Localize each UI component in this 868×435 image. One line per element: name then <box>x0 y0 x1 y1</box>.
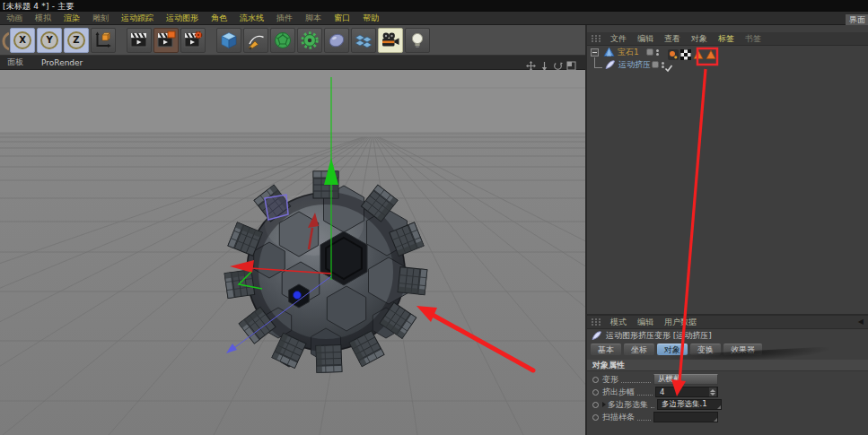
property-number-field[interactable]: 4 <box>655 387 718 397</box>
menu-item-7[interactable]: 流水线 <box>233 13 270 24</box>
am-menu-item-0[interactable]: 模式 <box>605 317 632 328</box>
property-row-3: 扫描样条 <box>592 411 718 423</box>
panel-grip-icon[interactable] <box>591 318 601 326</box>
object-row-gem[interactable]: 宝石1 <box>587 46 868 58</box>
render-picture-viewer-button[interactable] <box>153 28 179 53</box>
dotted-leader <box>621 376 651 383</box>
dropdown-value: 从横截 <box>658 374 681 385</box>
menu-item-6[interactable]: 角色 <box>205 13 233 24</box>
polygon-selection-highlight <box>265 195 288 220</box>
axis-letter: X <box>19 36 26 45</box>
main-menu-bar: 动画模拟渲染雕刻运动跟踪运动图形角色流水线插件脚本窗口帮助 <box>0 12 868 25</box>
menu-item-0[interactable]: 动画 <box>0 13 29 24</box>
property-row-0: 变形从横截 <box>592 373 718 386</box>
property-row-2: 多边形选集多边形选集.1 <box>592 398 718 411</box>
attribute-title: 运动图形挤压变形 [运动挤压] <box>606 330 712 342</box>
object-row-moextrude[interactable]: 运动挤压 <box>587 58 868 71</box>
menu-item-11[interactable]: 帮助 <box>356 13 385 24</box>
axis-letter: Z <box>73 36 79 45</box>
am-menu-item-2[interactable]: 用户数据 <box>659 317 702 328</box>
dotted-leader <box>637 413 651 421</box>
object-manager-menu-bar: 文件编辑查看对象标签书签 <box>587 32 868 46</box>
tab-1[interactable]: 坐标 <box>624 344 654 355</box>
menu-item-8[interactable]: 插件 <box>270 13 299 24</box>
phong-tag-icon[interactable] <box>706 47 716 57</box>
property-list: 变形从横截挤出步幅4多边形选集多边形选集.1扫描样条 <box>592 373 727 423</box>
visibility-toggles[interactable] <box>652 61 664 68</box>
array-button[interactable] <box>351 28 376 53</box>
tab-2[interactable]: 对象 <box>657 344 688 355</box>
scene-light-button[interactable] <box>405 28 430 53</box>
dotted-leader <box>651 401 654 408</box>
right-panel: 文件编辑查看对象标签书签 宝石1 运动挤压 模式编辑用户数据 <box>585 25 868 435</box>
expand-caret-icon[interactable] <box>602 402 606 407</box>
spinner-icon[interactable] <box>709 387 716 396</box>
title-bar: [未标题 4 *] - 主要 <box>0 0 868 12</box>
menu-item-4[interactable]: 运动跟踪 <box>115 13 160 24</box>
tab-3[interactable]: 变换 <box>690 344 721 355</box>
menu-item-2[interactable]: 渲染 <box>57 13 86 24</box>
property-label: 扫描样条 <box>602 412 635 423</box>
add-cube-button[interactable] <box>216 28 241 53</box>
property-dropdown[interactable]: 从横截 <box>653 374 718 385</box>
enabled-check-icon[interactable] <box>664 59 673 76</box>
property-text-field[interactable] <box>653 412 718 422</box>
lock-y-axis-button[interactable]: Y <box>37 28 62 53</box>
dotted-leader <box>637 388 653 396</box>
coordinate-system-button[interactable] <box>91 28 116 53</box>
keyframe-circle-icon[interactable] <box>592 402 599 408</box>
viewport-3d-canvas[interactable] <box>0 70 585 435</box>
keyframe-circle-icon[interactable] <box>592 414 599 421</box>
moextrude-object-icon <box>604 57 616 74</box>
texture-tag-icon[interactable] <box>680 47 691 57</box>
text-value: 多边形选集.1 <box>662 399 707 410</box>
point-handle[interactable] <box>294 291 302 300</box>
keyframe-circle-icon[interactable] <box>592 389 599 396</box>
layer-chip-icon[interactable] <box>646 48 653 56</box>
render-view-button[interactable] <box>127 28 152 53</box>
keyframe-circle-icon[interactable] <box>592 377 599 383</box>
object-tags <box>668 47 716 57</box>
menu-item-5[interactable]: 运动图形 <box>160 13 205 24</box>
visibility-toggles[interactable] <box>646 48 659 56</box>
object-name[interactable]: 运动挤压 <box>618 59 651 71</box>
om-menu-item-5[interactable]: 书签 <box>740 33 767 45</box>
menu-item-9[interactable]: 脚本 <box>299 13 328 24</box>
om-menu-item-1[interactable]: 编辑 <box>632 33 659 45</box>
tree-branch <box>594 57 602 68</box>
collapse-panel-icon[interactable]: ◀ <box>858 318 864 326</box>
menu-item-3[interactable]: 雕刻 <box>86 13 115 24</box>
attribute-tabs: 基本坐标对象变换效果器 <box>591 344 762 355</box>
metaball-button[interactable] <box>324 28 349 53</box>
property-text-field[interactable]: 多边形选集.1 <box>657 399 722 410</box>
panel-grip-icon[interactable] <box>591 34 601 43</box>
freehand-spline-button[interactable] <box>243 28 268 53</box>
am-menu-item-1[interactable]: 编辑 <box>632 317 659 328</box>
layer-chip-icon[interactable] <box>652 61 659 68</box>
om-menu-item-3[interactable]: 对象 <box>686 33 713 45</box>
tab-0[interactable]: 基本 <box>591 344 621 355</box>
mograph-object-button[interactable] <box>270 28 295 53</box>
deformer-button[interactable] <box>297 28 322 53</box>
undo-partial-icon <box>0 28 9 53</box>
object-name[interactable]: 宝石1 <box>618 47 639 58</box>
lock-x-axis-button[interactable]: X <box>10 28 35 53</box>
drop-corner-icon <box>717 405 721 409</box>
menu-item-1[interactable]: 模拟 <box>29 13 57 24</box>
axis-letter: Y <box>46 36 52 45</box>
phong-tag-icon[interactable] <box>693 47 704 57</box>
expand-toggle-icon[interactable] <box>591 48 599 57</box>
lock-z-axis-button[interactable]: Z <box>64 28 89 53</box>
display-tag-icon[interactable] <box>668 47 679 57</box>
viewport-menu-prorender[interactable]: ProRender <box>31 58 90 67</box>
menu-item-10[interactable]: 窗口 <box>328 13 356 24</box>
viewport-menu-panel[interactable]: 面板 <box>0 57 31 68</box>
om-menu-item-2[interactable]: 查看 <box>659 33 686 45</box>
tab-4[interactable]: 效果器 <box>723 344 762 355</box>
property-label: 挤出步幅 <box>602 387 635 398</box>
viewport-menu-bar: 面板 ProRender <box>0 56 585 70</box>
scene-camera-button[interactable] <box>378 28 403 53</box>
number-value: 4 <box>660 387 664 396</box>
om-menu-item-4[interactable]: 标签 <box>713 33 740 45</box>
render-settings-button[interactable] <box>180 28 206 53</box>
